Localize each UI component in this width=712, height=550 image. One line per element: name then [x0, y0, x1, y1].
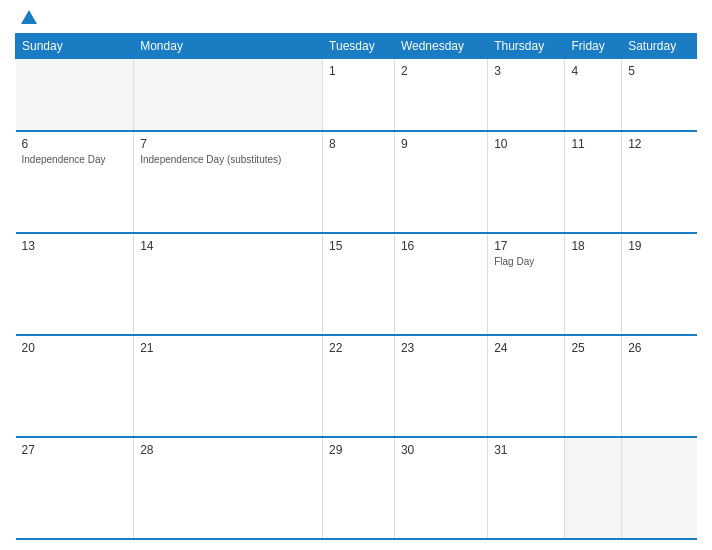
calendar-cell-w2-d5: 18: [565, 233, 622, 335]
calendar-page: SundayMondayTuesdayWednesdayThursdayFrid…: [0, 0, 712, 550]
day-number-w2-d3: 16: [401, 239, 481, 253]
calendar-cell-w4-d5: [565, 437, 622, 539]
day-number-w1-d3: 9: [401, 137, 481, 151]
calendar-cell-w2-d3: 16: [394, 233, 487, 335]
calendar-cell-w2-d1: 14: [134, 233, 323, 335]
calendar-cell-w0-d1: [134, 59, 323, 131]
calendar-cell-w3-d4: 24: [488, 335, 565, 437]
calendar-cell-w1-d0: 6Independence Day: [16, 131, 134, 233]
calendar-cell-w4-d6: [622, 437, 697, 539]
calendar-cell-w1-d3: 9: [394, 131, 487, 233]
week-row-1: 6Independence Day7Independence Day (subs…: [16, 131, 697, 233]
weekday-header-tuesday: Tuesday: [323, 34, 395, 59]
day-number-w2-d0: 13: [22, 239, 128, 253]
calendar-cell-w3-d2: 22: [323, 335, 395, 437]
day-number-w3-d4: 24: [494, 341, 558, 355]
calendar-cell-w4-d4: 31: [488, 437, 565, 539]
logo-triangle-icon: [21, 10, 37, 24]
week-row-4: 2728293031: [16, 437, 697, 539]
weekday-header-monday: Monday: [134, 34, 323, 59]
calendar-cell-w4-d2: 29: [323, 437, 395, 539]
calendar-cell-w3-d5: 25: [565, 335, 622, 437]
calendar-cell-w1-d6: 12: [622, 131, 697, 233]
day-number-w3-d1: 21: [140, 341, 316, 355]
weekday-header-saturday: Saturday: [622, 34, 697, 59]
calendar-cell-w4-d0: 27: [16, 437, 134, 539]
calendar-cell-w1-d5: 11: [565, 131, 622, 233]
day-number-w4-d3: 30: [401, 443, 481, 457]
weekday-header-friday: Friday: [565, 34, 622, 59]
calendar-cell-w1-d2: 8: [323, 131, 395, 233]
day-number-w0-d2: 1: [329, 64, 388, 78]
day-number-w1-d4: 10: [494, 137, 558, 151]
day-number-w0-d5: 4: [571, 64, 615, 78]
calendar-body: 123456Independence Day7Independence Day …: [16, 59, 697, 540]
day-number-w3-d5: 25: [571, 341, 615, 355]
calendar-cell-w3-d0: 20: [16, 335, 134, 437]
calendar-cell-w1-d1: 7Independence Day (substitutes): [134, 131, 323, 233]
day-number-w3-d2: 22: [329, 341, 388, 355]
day-event-w2-d4: Flag Day: [494, 255, 558, 268]
logo: [15, 10, 37, 25]
day-number-w0-d3: 2: [401, 64, 481, 78]
day-number-w1-d5: 11: [571, 137, 615, 151]
day-number-w4-d2: 29: [329, 443, 388, 457]
header: [15, 10, 697, 25]
calendar-cell-w0-d0: [16, 59, 134, 131]
calendar-cell-w0-d3: 2: [394, 59, 487, 131]
day-number-w2-d4: 17: [494, 239, 558, 253]
calendar-cell-w2-d0: 13: [16, 233, 134, 335]
calendar-cell-w0-d4: 3: [488, 59, 565, 131]
day-number-w2-d5: 18: [571, 239, 615, 253]
calendar-cell-w2-d4: 17Flag Day: [488, 233, 565, 335]
week-row-2: 1314151617Flag Day1819: [16, 233, 697, 335]
week-row-0: 12345: [16, 59, 697, 131]
day-number-w2-d1: 14: [140, 239, 316, 253]
day-number-w0-d4: 3: [494, 64, 558, 78]
day-number-w3-d6: 26: [628, 341, 690, 355]
calendar-cell-w3-d6: 26: [622, 335, 697, 437]
calendar-cell-w2-d6: 19: [622, 233, 697, 335]
calendar-cell-w2-d2: 15: [323, 233, 395, 335]
day-number-w3-d0: 20: [22, 341, 128, 355]
day-event-w1-d1: Independence Day (substitutes): [140, 153, 316, 166]
weekday-header-thursday: Thursday: [488, 34, 565, 59]
day-number-w1-d0: 6: [22, 137, 128, 151]
day-number-w0-d6: 5: [628, 64, 690, 78]
day-number-w1-d6: 12: [628, 137, 690, 151]
day-number-w3-d3: 23: [401, 341, 481, 355]
calendar-header: SundayMondayTuesdayWednesdayThursdayFrid…: [16, 34, 697, 59]
day-number-w2-d6: 19: [628, 239, 690, 253]
day-number-w1-d2: 8: [329, 137, 388, 151]
weekday-header-sunday: Sunday: [16, 34, 134, 59]
calendar-cell-w0-d5: 4: [565, 59, 622, 131]
calendar-cell-w0-d2: 1: [323, 59, 395, 131]
weekday-header-row: SundayMondayTuesdayWednesdayThursdayFrid…: [16, 34, 697, 59]
week-row-3: 20212223242526: [16, 335, 697, 437]
day-number-w4-d4: 31: [494, 443, 558, 457]
calendar-cell-w1-d4: 10: [488, 131, 565, 233]
weekday-header-wednesday: Wednesday: [394, 34, 487, 59]
calendar-cell-w0-d6: 5: [622, 59, 697, 131]
calendar-cell-w3-d1: 21: [134, 335, 323, 437]
day-event-w1-d0: Independence Day: [22, 153, 128, 166]
day-number-w4-d0: 27: [22, 443, 128, 457]
calendar-table: SundayMondayTuesdayWednesdayThursdayFrid…: [15, 33, 697, 540]
day-number-w4-d1: 28: [140, 443, 316, 457]
calendar-cell-w3-d3: 23: [394, 335, 487, 437]
calendar-cell-w4-d3: 30: [394, 437, 487, 539]
calendar-cell-w4-d1: 28: [134, 437, 323, 539]
day-number-w1-d1: 7: [140, 137, 316, 151]
day-number-w2-d2: 15: [329, 239, 388, 253]
